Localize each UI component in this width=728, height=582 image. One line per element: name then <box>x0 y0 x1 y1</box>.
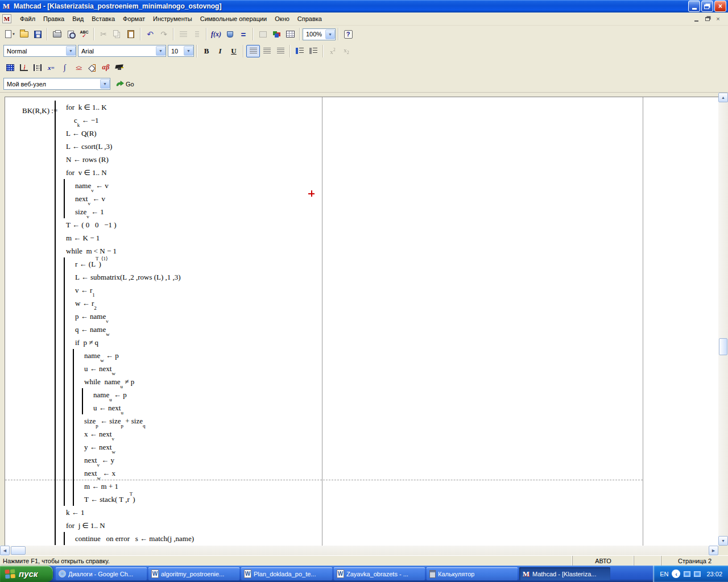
greek-palette-button[interactable]: αβ <box>99 61 113 74</box>
program-line-3[interactable]: L ← Q(R) <box>55 127 194 140</box>
superscript-button[interactable]: x2 <box>326 45 340 57</box>
program-line-18[interactable]: q ← namew <box>55 323 194 336</box>
program-line-20[interactable]: namew ← p <box>55 349 194 362</box>
save-button[interactable] <box>31 28 44 40</box>
component-wizard-button[interactable] <box>270 28 283 40</box>
style-select[interactable]: Normal ▼ <box>3 45 76 57</box>
program-line-27[interactable]: y ← nextw <box>55 440 194 454</box>
insert-unit-button[interactable] <box>223 28 237 40</box>
taskbar-task-3[interactable]: WPlan_doklada_po_te... <box>241 567 332 580</box>
new-document-button[interactable]: ▼ <box>3 28 17 40</box>
menu-item-9[interactable]: Справка <box>293 14 326 24</box>
matrix-palette-button[interactable] <box>31 61 44 74</box>
program-line-22[interactable]: while nameu ≠ p <box>55 375 194 388</box>
zoom-select[interactable]: 100% ▼ <box>303 28 336 40</box>
program-line-29[interactable]: nextw ← x <box>55 467 194 480</box>
align-right-button[interactable] <box>274 45 287 57</box>
program-line-10[interactable]: T ← ( 0 0 −1 ) <box>55 218 194 231</box>
calculate-button[interactable]: = <box>237 28 250 40</box>
taskbar-task-5[interactable]: Калькулятор <box>427 567 518 580</box>
menu-item-6[interactable]: Инструменты <box>149 14 196 24</box>
cut-button[interactable]: ✂ <box>97 28 110 40</box>
paste-button[interactable] <box>124 28 138 40</box>
horizontal-scrollbar[interactable]: ◀ ▶ <box>0 546 718 555</box>
program-line-26[interactable]: x ← nextv <box>55 427 194 440</box>
align-down-button[interactable] <box>190 28 204 40</box>
taskbar-task-6[interactable]: MMathcad - [Klasteriza... <box>519 567 610 580</box>
numbered-list-button[interactable] <box>307 45 320 57</box>
program-line-11[interactable]: m ← K − 1 <box>55 231 194 244</box>
network-tray-icon[interactable] <box>684 571 690 577</box>
program-line-30[interactable]: m ← m + 1 <box>55 480 194 493</box>
network-tray-icon[interactable] <box>694 571 701 577</box>
size-dropdown-icon[interactable]: ▼ <box>184 46 193 56</box>
program-line-15[interactable]: v ← r1 <box>55 284 194 297</box>
program-line-17[interactable]: p ← namev <box>55 310 194 323</box>
program-line-24[interactable]: u ← nextu <box>55 401 194 414</box>
doc-restore-button[interactable] <box>703 15 712 23</box>
program-line-33[interactable]: for j ∈ 1.. N <box>55 519 194 532</box>
open-button[interactable] <box>17 28 31 40</box>
font-size-select[interactable]: 10 ▼ <box>168 45 194 57</box>
program-line-12[interactable]: while m < N − 1 <box>55 244 194 257</box>
worksheet[interactable]: BK(R,K) := for k ∈ 1.. Kck ← −1L ← Q(R)L… <box>5 97 718 546</box>
go-button[interactable]: Go <box>116 81 134 88</box>
align-across-button[interactable] <box>176 28 190 40</box>
program-line-4[interactable]: L ← csort(L ,3) <box>55 140 194 153</box>
style-dropdown-icon[interactable]: ▼ <box>66 46 76 56</box>
vertical-scroll-thumb[interactable] <box>719 338 727 355</box>
font-select[interactable]: Arial ▼ <box>78 45 166 57</box>
start-button[interactable]: пуск <box>0 566 53 582</box>
program-line-8[interactable]: nextv ← v <box>55 192 194 205</box>
program-line-16[interactable]: w ← r2 <box>55 297 194 310</box>
scroll-down-button[interactable]: ▼ <box>718 536 728 546</box>
program-line-7[interactable]: namev ← v <box>55 179 194 192</box>
web-address-select[interactable]: Мой веб-узел ▼ <box>3 78 110 90</box>
insert-function-button[interactable]: f(x) <box>209 28 223 40</box>
menu-item-4[interactable]: Вставка <box>88 14 119 24</box>
program-line-34[interactable]: continue on error s ← match(j ,name) <box>55 532 194 545</box>
program-line-23[interactable]: nameu ← p <box>55 388 194 401</box>
program-line-13[interactable]: r ← (LT)⟨1⟩ <box>55 257 194 271</box>
menu-item-7[interactable]: Символьные операции <box>196 14 271 24</box>
program-line-14[interactable]: L ← submatrix(L ,2 ,rows (L) ,1 ,3) <box>55 271 194 284</box>
insert-component-button[interactable] <box>256 28 270 40</box>
program-line-6[interactable]: for v ∈ 1.. N <box>55 166 194 179</box>
program-line-31[interactable]: T ← stack( T ,rT) <box>55 493 194 506</box>
insert-table-button[interactable] <box>283 28 297 40</box>
menu-item-2[interactable]: Правка <box>39 14 68 24</box>
bullet-list-button[interactable] <box>293 45 307 57</box>
programming-palette-button[interactable] <box>85 61 99 74</box>
doc-close-button[interactable]: × <box>714 15 722 23</box>
print-button[interactable] <box>50 28 64 40</box>
symbolic-palette-button[interactable] <box>113 61 126 74</box>
doc-minimize-button[interactable] <box>692 15 701 23</box>
program-line-25[interactable]: sizep ← sizep + sizeq <box>55 414 194 427</box>
program-line-2[interactable]: ck ← −1 <box>55 114 194 127</box>
tray-chevron-button[interactable]: ‹ <box>672 569 680 578</box>
menu-item-5[interactable]: Формат <box>119 14 149 24</box>
restore-button[interactable] <box>701 1 713 12</box>
function-definition-label[interactable]: BK(R,K) := <box>22 106 57 115</box>
subscript-button[interactable]: x2 <box>340 45 353 57</box>
align-left-button[interactable] <box>246 45 260 57</box>
language-indicator[interactable]: EN <box>660 571 668 577</box>
program-region[interactable]: for k ∈ 1.. Kck ← −1L ← Q(R)L ← csort(L … <box>55 101 194 545</box>
program-line-32[interactable]: k ← 1 <box>55 506 194 519</box>
menu-item-1[interactable]: Файл <box>16 14 39 24</box>
calculus-palette-button[interactable]: ∫ <box>58 61 72 74</box>
menu-item-8[interactable]: Окно <box>271 14 293 24</box>
font-dropdown-icon[interactable]: ▼ <box>156 46 166 56</box>
taskbar-task-1[interactable]: Диалоги - Google Ch... <box>56 567 147 580</box>
evaluation-palette-button[interactable]: x= <box>44 61 58 74</box>
minimize-button[interactable] <box>688 1 700 12</box>
spell-check-button[interactable]: ABC✓ <box>77 28 91 40</box>
program-line-19[interactable]: if p ≠ q <box>55 336 194 349</box>
undo-button[interactable]: ↶ <box>143 28 157 40</box>
taskbar-task-2[interactable]: Walgoritmy_postroenie... <box>148 567 239 580</box>
redo-button[interactable]: ↷ <box>157 28 171 40</box>
menu-item-3[interactable]: Вид <box>68 14 88 24</box>
scroll-right-button[interactable]: ▶ <box>709 546 718 555</box>
zoom-dropdown-icon[interactable]: ▼ <box>325 30 335 39</box>
calculator-palette-button[interactable] <box>3 61 17 74</box>
